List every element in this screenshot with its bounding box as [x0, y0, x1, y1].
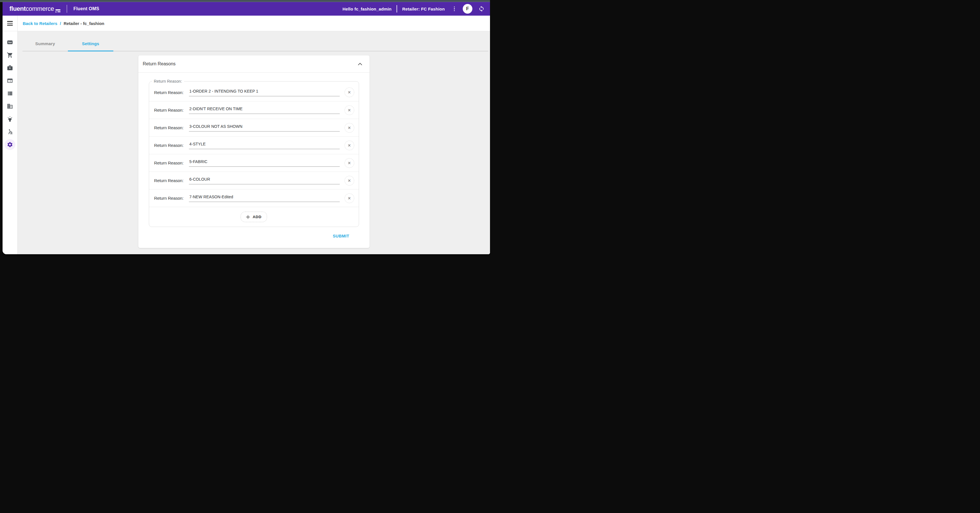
return-reasons-card: Return Reasons Return Reason: Return Rea… [138, 56, 369, 248]
return-reason-input[interactable] [189, 177, 340, 184]
content-area: SummarySettings Return Reasons Return Re… [18, 31, 490, 254]
return-reason-row-label: Return Reason: [154, 161, 189, 165]
fieldset-legend: Return Reason: [152, 79, 184, 83]
greeting-text: Hello fc_fashion_admin [342, 6, 392, 11]
remove-reason-button[interactable]: ✕ [345, 193, 354, 203]
retailer-context-text: Retailer: FC Fashion [402, 6, 445, 11]
return-reason-field [189, 142, 340, 149]
breadcrumb-current: Retailer - fc_fashion [64, 21, 104, 26]
return-reason-input[interactable] [189, 89, 340, 96]
close-icon: ✕ [348, 108, 351, 113]
topbar-divider [67, 5, 67, 13]
app-title: Fluent OMS [73, 6, 99, 11]
fluentcommerce-logo-icon [56, 10, 60, 13]
close-icon: ✕ [348, 178, 351, 183]
chevron-up-icon [358, 63, 362, 65]
sidebar-item-settings[interactable] [3, 138, 18, 151]
sidebar-item-jobs[interactable] [3, 61, 18, 74]
return-reason-row: Return Reason: ✕ [149, 189, 359, 207]
fluentcommerce-logo: fluent commerce [10, 5, 60, 13]
sidebar-item-locations[interactable] [3, 100, 18, 113]
tab-settings[interactable]: Settings [68, 37, 113, 51]
active-item-highlight [5, 139, 15, 150]
jobs-briefcase-icon [7, 65, 13, 71]
remove-reason-button[interactable]: ✕ [345, 176, 354, 185]
topbar-divider [396, 5, 397, 13]
return-reasons-fieldset: Return Reason: Return Reason: ✕ Return R… [149, 79, 359, 227]
return-reason-row: Return Reason: ✕ [149, 154, 359, 172]
return-reason-field [189, 177, 340, 184]
collapse-section-button[interactable] [355, 59, 365, 69]
topbar-right: Hello fc_fashion_admin Retailer: FC Fash… [342, 4, 485, 14]
app-body: Back to Retailers / Retailer - fc_fashio… [3, 16, 490, 254]
add-row: ADD [149, 207, 359, 227]
tabs: SummarySettings [22, 37, 488, 51]
return-reason-row: Return Reason: ✕ [149, 136, 359, 154]
avatar[interactable]: F [463, 4, 473, 14]
dashboard-icon [7, 39, 13, 45]
return-reason-field [189, 194, 340, 202]
window-title-strip [0, 0, 490, 2]
return-reason-input[interactable] [189, 159, 340, 167]
close-icon: ✕ [348, 161, 351, 165]
sidebar-item-insights[interactable] [3, 113, 18, 125]
return-reason-input[interactable] [189, 142, 340, 149]
assist-walker-icon [7, 129, 13, 135]
sidebar-icons [3, 31, 18, 151]
sidebar [3, 16, 18, 254]
return-reason-field [189, 124, 340, 132]
breadcrumb: Back to Retailers / Retailer - fc_fashio… [18, 16, 490, 31]
sidebar-item-pickup[interactable] [3, 125, 18, 138]
remove-reason-button[interactable]: ✕ [345, 88, 354, 97]
return-reason-row: Return Reason: ✕ [149, 83, 359, 101]
close-icon: ✕ [348, 196, 351, 201]
menu-toggle-button[interactable] [3, 16, 18, 31]
desktop-background: fluent commerce Fluent OMS Hello fc_fash… [0, 0, 490, 256]
return-reason-row-label: Return Reason: [154, 90, 189, 95]
refresh-icon[interactable] [478, 5, 485, 12]
tab-summary[interactable]: Summary [22, 37, 68, 51]
card-header: Return Reasons [138, 56, 369, 73]
remove-reason-button[interactable]: ✕ [345, 158, 354, 168]
brand-light-text: commerce [25, 5, 54, 13]
card-title: Return Reasons [143, 61, 176, 67]
return-reason-input[interactable] [189, 107, 340, 114]
sidebar-item-lists[interactable] [3, 87, 18, 100]
orders-cart-icon [7, 52, 13, 58]
tab-label: Settings [82, 41, 99, 46]
sidebar-item-dashboard[interactable] [3, 36, 18, 49]
sidebar-item-panels[interactable] [3, 74, 18, 87]
plus-icon [246, 215, 250, 219]
remove-reason-button[interactable]: ✕ [345, 123, 354, 133]
return-reason-row-label: Return Reason: [154, 143, 189, 148]
breadcrumb-separator: / [60, 21, 61, 26]
kebab-menu-icon[interactable] [452, 5, 457, 12]
brand-bold-text: fluent [10, 5, 25, 13]
close-icon: ✕ [348, 143, 351, 148]
settings-gear-icon [7, 142, 13, 148]
remove-reason-button[interactable]: ✕ [345, 140, 354, 150]
add-reason-button[interactable]: ADD [240, 212, 267, 222]
remove-reason-button[interactable]: ✕ [345, 105, 354, 115]
organization-building-icon [7, 103, 13, 109]
list-icon [7, 90, 13, 97]
return-reason-row: Return Reason: ✕ [149, 101, 359, 119]
return-reason-row: Return Reason: ✕ [149, 119, 359, 136]
return-reason-row-label: Return Reason: [154, 125, 189, 130]
return-reason-input[interactable] [189, 124, 340, 132]
app-topbar: fluent commerce Fluent OMS Hello fc_fash… [3, 2, 490, 16]
close-icon: ✕ [348, 90, 351, 95]
return-reason-rows: Return Reason: ✕ Return Reason: ✕ Return… [149, 83, 359, 207]
sidebar-item-orders[interactable] [3, 49, 18, 61]
return-reason-field [189, 159, 340, 167]
submit-row: SUBMIT [149, 227, 359, 248]
return-reason-field [189, 106, 340, 114]
card-body: Return Reason: Return Reason: ✕ Return R… [138, 73, 369, 248]
close-icon: ✕ [348, 126, 351, 130]
breadcrumb-back-link[interactable]: Back to Retailers [23, 21, 57, 26]
return-reason-row-label: Return Reason: [154, 196, 189, 201]
submit-button[interactable]: SUBMIT [333, 234, 349, 238]
highlight-icon [7, 116, 13, 122]
return-reason-row-label: Return Reason: [154, 108, 189, 113]
return-reason-input[interactable] [189, 194, 340, 202]
